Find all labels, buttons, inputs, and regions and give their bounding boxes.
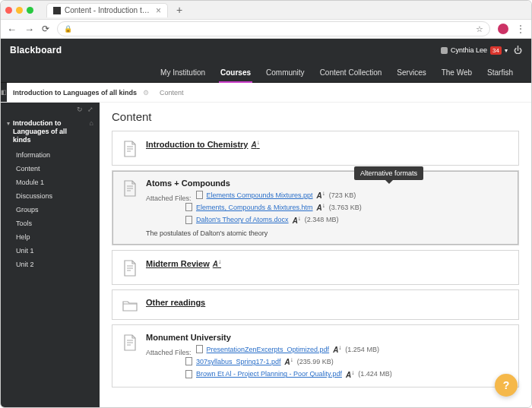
notification-badge: 34	[490, 46, 502, 55]
sidebar-item-unit-2[interactable]: Unit 2	[1, 258, 100, 271]
attached-file: Dalton's Theory of Atoms.docx A (2.348 M…	[185, 215, 509, 225]
gear-icon[interactable]: ⚙	[143, 89, 149, 96]
close-tab-icon[interactable]: ×	[156, 6, 161, 15]
maximize-window[interactable]	[27, 7, 33, 14]
tab-title: Content - Introduction to Lang…	[65, 6, 152, 14]
nav-content-collection[interactable]: Content Collection	[312, 64, 390, 82]
alternative-formats-icon[interactable]: A	[293, 215, 301, 225]
file-link[interactable]: Dalton's Theory of Atoms.docx	[196, 216, 289, 223]
file-link[interactable]: Elements Compounds Mixtures.ppt	[207, 191, 313, 199]
item-title-link[interactable]: Other readings	[146, 298, 205, 307]
lock-icon: 🔒	[64, 25, 72, 33]
document-icon	[122, 179, 138, 237]
url-bar[interactable]: 🔒 ☆	[57, 21, 490, 36]
file-icon	[185, 216, 192, 224]
logout-icon[interactable]: ⏻	[514, 46, 522, 55]
reload-button[interactable]: ⟳	[42, 24, 49, 34]
sidebar-item-discussions[interactable]: Discussions	[1, 189, 100, 203]
help-fab[interactable]: ?	[495, 374, 518, 397]
app-header: Blackboard Cynthia Lee 34 ▾ ⏻	[1, 39, 531, 62]
file-link[interactable]: PresentationZenExcerpts_Optimized.pdf	[207, 346, 330, 353]
new-tab-button[interactable]: +	[176, 4, 182, 16]
nav-starfish[interactable]: Starfish	[480, 64, 521, 82]
attached-file: Elements, Compounds & Mixtures.htm A (3.…	[185, 202, 509, 212]
attached-file: 307syllabus_Spring17-1.pdf A (235.99 KB)	[185, 356, 509, 366]
attached-file: Elements Compounds Mixtures.ppt A (723 K…	[196, 190, 509, 200]
file-link[interactable]: 307syllabus_Spring17-1.pdf	[196, 358, 281, 365]
sidebar-refresh-icon[interactable]: ↻	[77, 106, 83, 113]
main-nav: My Institution Courses Community Content…	[1, 62, 531, 83]
file-link[interactable]: Brown Et Al - Project Planning - Poor Qu…	[196, 370, 342, 378]
file-icon	[196, 345, 203, 353]
alternative-formats-icon[interactable]: A	[251, 139, 259, 149]
alternative-formats-icon[interactable]: A	[333, 344, 341, 354]
sidebar-item-content[interactable]: Content	[1, 162, 100, 176]
back-button[interactable]: ←	[7, 24, 17, 35]
sidebar-item-groups[interactable]: Groups	[1, 203, 100, 217]
file-size: (235.99 KB)	[297, 358, 334, 365]
close-window[interactable]	[5, 7, 12, 14]
minimize-window[interactable]	[16, 7, 23, 14]
course-sidebar: ↻ ⤢ ▾ Introduction to Languages of all k…	[1, 103, 100, 407]
browser-menu-icon[interactable]: ⋮	[516, 24, 525, 34]
content-item: Alternative formats Atoms + Compounds At…	[112, 170, 519, 245]
sidebar-item-tools[interactable]: Tools	[1, 217, 100, 230]
attached-files-label: Attached Files:	[146, 195, 192, 202]
browser-chrome: Content - Introduction to Lang… × + ← → …	[1, 1, 531, 39]
alternative-formats-icon[interactable]: A	[285, 356, 293, 366]
breadcrumb-page[interactable]: Content	[160, 89, 184, 96]
sidebar-pin-icon[interactable]: ◧	[1, 83, 7, 102]
file-size: (3.763 KB)	[329, 204, 362, 211]
breadcrumb-bar: ◧ Introduction to Languages of all kinds…	[1, 83, 531, 103]
titlebar: Content - Introduction to Lang… × +	[1, 1, 531, 19]
forward-button[interactable]: →	[24, 24, 34, 35]
page-title: Content	[112, 110, 519, 123]
item-title-link[interactable]: Midterm Review A	[146, 258, 221, 268]
attached-files-label: Attached Files:	[146, 349, 192, 356]
profile-avatar[interactable]	[498, 24, 508, 34]
brand-logo[interactable]: Blackboard	[10, 45, 62, 55]
sidebar-expand-icon[interactable]: ⤢	[87, 106, 93, 113]
sidebar-item-module-1[interactable]: Module 1	[1, 176, 100, 189]
collapse-icon[interactable]: ▾	[7, 120, 10, 127]
browser-tab[interactable]: Content - Introduction to Lang… ×	[46, 3, 168, 17]
sidebar-item-unit-1[interactable]: Unit 1	[1, 244, 100, 258]
nav-the-web[interactable]: The Web	[434, 64, 480, 82]
bookmark-star-icon[interactable]: ☆	[476, 24, 483, 34]
alternative-formats-icon[interactable]: A	[317, 190, 325, 200]
attached-file: PresentationZenExcerpts_Optimized.pdf A …	[196, 344, 509, 354]
nav-courses[interactable]: Courses	[213, 64, 258, 82]
nav-my-institution[interactable]: My Institution	[153, 64, 213, 82]
content-item: Midterm Review A	[112, 250, 519, 285]
document-icon	[122, 139, 138, 157]
sidebar-item-help[interactable]: Help	[1, 230, 100, 244]
item-title: Monument University	[146, 333, 231, 342]
file-icon	[185, 370, 192, 378]
tooltip-alternative-formats: Alternative formats	[354, 166, 423, 180]
user-name: Cynthia Lee	[451, 46, 487, 54]
favicon	[53, 7, 61, 14]
file-link[interactable]: Elements, Compounds & Mixtures.htm	[196, 204, 313, 211]
document-icon	[122, 333, 138, 379]
alternative-formats-icon[interactable]: A	[346, 369, 354, 379]
file-size: (1.254 MB)	[345, 346, 379, 353]
nav-community[interactable]: Community	[258, 64, 312, 82]
home-icon[interactable]: ⌂	[90, 119, 93, 127]
file-icon	[185, 203, 192, 211]
alternative-formats-icon[interactable]: A	[317, 202, 325, 212]
folder-icon	[122, 298, 138, 312]
nav-services[interactable]: Services	[389, 64, 433, 82]
item-description: The postulates of Dalton's atomic theory	[146, 229, 509, 237]
user-menu[interactable]: Cynthia Lee 34 ▾	[441, 46, 508, 55]
content-item: Other readings	[112, 289, 519, 320]
breadcrumb-course[interactable]: Introduction to Languages of all kinds	[7, 89, 143, 96]
sidebar-item-information[interactable]: Information	[1, 148, 100, 162]
item-title-link[interactable]: Introduction to Chemistry A	[146, 139, 260, 149]
file-icon	[185, 357, 192, 365]
sidebar-course-title[interactable]: Introduction to Languages of all kinds	[13, 119, 87, 144]
alternative-formats-icon[interactable]: A	[213, 258, 221, 268]
browser-toolbar: ← → ⟳ 🔒 ☆ ⋮	[1, 19, 531, 39]
file-size: (2.348 MB)	[305, 216, 339, 223]
file-size: (723 KB)	[329, 191, 356, 199]
chevron-down-icon: ▾	[505, 47, 508, 54]
